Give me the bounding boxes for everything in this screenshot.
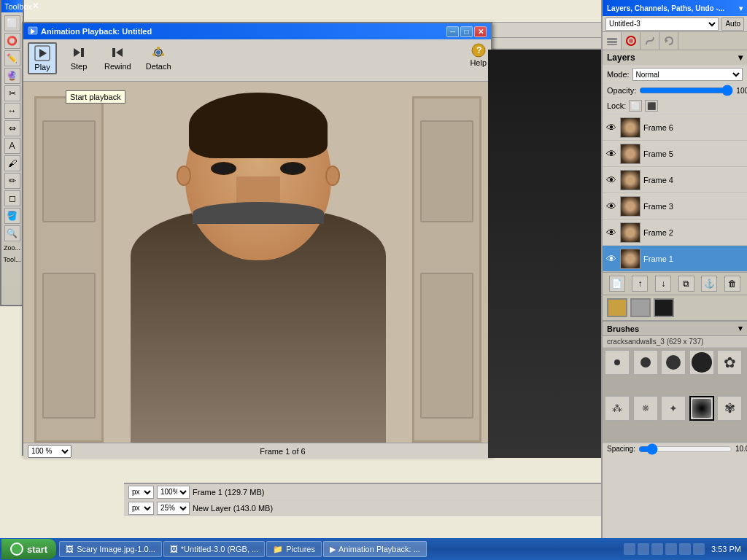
tab-layers[interactable] xyxy=(603,32,622,50)
taskbar-label-2: *Untitled-3.0 (RGB, ... xyxy=(181,545,258,553)
step-label: Step xyxy=(71,62,88,71)
tool-transform[interactable]: ↔ xyxy=(4,103,20,119)
layers-panel: Layers, Channels, Paths, Undo -... ▾ Unt… xyxy=(601,0,747,538)
tray-icon-5[interactable] xyxy=(679,543,691,555)
help-icon: ? xyxy=(471,42,487,58)
layer-visibility-frame6[interactable]: 👁 xyxy=(605,122,617,133)
tool-text[interactable]: A xyxy=(4,138,20,154)
layers-collapse[interactable]: ▾ xyxy=(738,52,743,63)
layer-item-frame2[interactable]: 👁 Frame 2 xyxy=(603,219,747,246)
svg-point-12 xyxy=(156,50,160,55)
layer-visibility-frame3[interactable]: 👁 xyxy=(605,201,617,212)
layer-item-frame6[interactable]: 👁 Frame 6 xyxy=(603,114,747,141)
duplicate-layer-button[interactable]: ⧉ xyxy=(678,276,694,292)
tool-fill[interactable]: 🪣 xyxy=(4,208,20,224)
layers-titlebar: Layers, Channels, Paths, Undo -... ▾ xyxy=(603,0,747,16)
doc-select[interactable]: Untitled-3 xyxy=(605,18,719,31)
taskbar-item-anim[interactable]: ▶ Animation Playback: ... xyxy=(323,541,427,557)
layer-item-frame1[interactable]: 👁 Frame 1 xyxy=(603,246,747,272)
layer-visibility-frame1[interactable]: 👁 xyxy=(605,253,617,265)
tray-icon-4[interactable] xyxy=(665,543,677,555)
auto-button[interactable]: Auto xyxy=(721,18,744,31)
tray-icon-6[interactable] xyxy=(693,543,705,555)
anim-window-icon xyxy=(28,26,38,36)
taskbar-icon-2: 🖼 xyxy=(170,545,178,553)
mode-select[interactable]: Normal xyxy=(632,68,743,81)
color-swatch-3[interactable] xyxy=(654,298,674,317)
pct-select-1[interactable]: 100% xyxy=(157,486,190,499)
brushes-collapse[interactable]: ▾ xyxy=(738,324,743,333)
step-button[interactable]: Step xyxy=(64,42,93,73)
tab-paths[interactable] xyxy=(640,32,659,50)
anchor-layer-button[interactable]: ⚓ xyxy=(701,276,717,292)
anim-photo xyxy=(23,82,492,443)
play-button[interactable]: Play xyxy=(28,42,57,74)
lock-alpha-btn[interactable]: ⬛ xyxy=(645,100,658,112)
toolbox-close-button[interactable]: ✕ xyxy=(32,1,39,11)
tray-icon-1[interactable] xyxy=(624,543,635,555)
minimize-button[interactable]: ─ xyxy=(446,26,459,37)
taskbar-icon-1: 🖼 xyxy=(66,545,74,553)
tool-crop[interactable]: ✂ xyxy=(4,85,20,101)
layer-item-frame4[interactable]: 👁 Frame 4 xyxy=(603,167,747,193)
delete-layer-button[interactable]: 🗑 xyxy=(724,276,740,292)
tool-free-select[interactable]: ✏️ xyxy=(4,50,20,66)
start-button[interactable]: start xyxy=(1,539,56,559)
layer-visibility-frame2[interactable]: 👁 xyxy=(605,227,617,238)
maximize-button[interactable]: □ xyxy=(460,26,473,37)
close-button[interactable]: ✕ xyxy=(474,26,487,37)
brush-1[interactable] xyxy=(605,350,630,375)
tool-rect-select[interactable]: ⬜ xyxy=(4,15,20,31)
layers-panel-arrow[interactable]: ▾ xyxy=(739,4,743,12)
tool-pencil[interactable]: ✏ xyxy=(4,173,20,189)
new-layer-button[interactable]: 📄 xyxy=(609,276,625,292)
anim-title-text: Animation Playback: Untitled xyxy=(41,27,446,36)
dark-preview-inner xyxy=(488,50,612,458)
layer-item-frame3[interactable]: 👁 Frame 3 xyxy=(603,193,747,219)
lock-pixel-btn[interactable]: ⬜ xyxy=(629,100,642,112)
lock-row: Lock: ⬜ ⬛ xyxy=(603,98,747,114)
brush-9-selected[interactable] xyxy=(689,396,714,421)
taskbar-item-pictures[interactable]: 📁 Pictures xyxy=(266,541,322,557)
tool-fuzzy-select[interactable]: 🔮 xyxy=(4,68,20,84)
px-select-1[interactable]: px xyxy=(128,486,154,499)
taskbar-item-scary[interactable]: 🖼 Scary Image.jpg-1.0... xyxy=(59,541,162,557)
rewind-icon xyxy=(109,44,125,61)
background-color[interactable] xyxy=(630,298,651,317)
taskbar-item-untitled[interactable]: 🖼 *Untitled-3.0 (RGB, ... xyxy=(163,541,265,557)
rewind-button[interactable]: Rewind xyxy=(101,42,135,73)
foreground-color[interactable] xyxy=(607,298,627,317)
brush-7[interactable]: ❋ xyxy=(633,396,658,421)
opacity-slider[interactable] xyxy=(639,86,733,95)
layer-visibility-frame5[interactable]: 👁 xyxy=(605,148,617,160)
spacing-slider[interactable] xyxy=(638,446,732,453)
mode-row: Mode: Normal xyxy=(603,66,747,84)
brush-8[interactable]: ✦ xyxy=(661,396,686,421)
tray-icon-2[interactable] xyxy=(638,543,649,555)
tool-ellipse-select[interactable]: ⭕ xyxy=(4,33,20,49)
door-panel-bottom-right xyxy=(420,273,473,419)
pct-select-2[interactable]: 25% xyxy=(157,502,190,515)
help-button[interactable]: ? Help xyxy=(470,42,487,67)
tool-flip[interactable]: ⇔ xyxy=(4,120,20,136)
detach-button[interactable]: Detach xyxy=(142,42,175,73)
brush-10[interactable]: ✾ xyxy=(717,396,742,421)
brush-2[interactable] xyxy=(633,350,658,375)
tab-channels[interactable] xyxy=(622,32,640,50)
zoom-select[interactable]: 100 % xyxy=(28,445,71,458)
layer-up-button[interactable]: ↑ xyxy=(632,276,648,292)
layer-item-frame5[interactable]: 👁 Frame 5 xyxy=(603,141,747,167)
layer-down-button[interactable]: ↓ xyxy=(655,276,671,292)
tray-icon-3[interactable] xyxy=(651,543,663,555)
tool-erase[interactable]: ◻ xyxy=(4,190,20,206)
brush-4[interactable] xyxy=(689,350,714,375)
tool-paint[interactable]: 🖌 xyxy=(4,155,20,171)
taskbar-tray: 3:53 PM xyxy=(618,543,747,555)
tool-zoom[interactable]: 🔍 xyxy=(4,225,20,241)
brush-3[interactable] xyxy=(661,350,686,375)
px-select-2[interactable]: px xyxy=(128,502,154,515)
tab-undo[interactable] xyxy=(659,32,678,50)
brush-6[interactable]: ⁂ xyxy=(605,396,630,421)
brush-5[interactable]: ✿ xyxy=(717,350,742,375)
layer-visibility-frame4[interactable]: 👁 xyxy=(605,174,617,186)
